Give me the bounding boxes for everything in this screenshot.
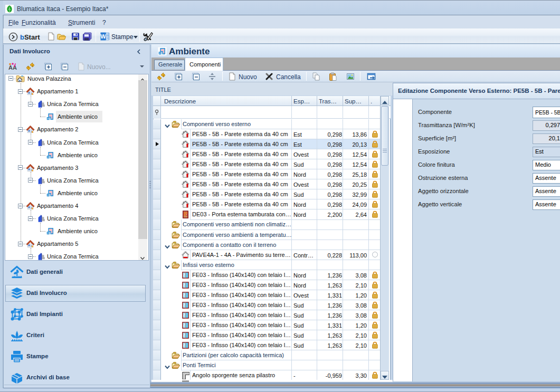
svg-text:W: W <box>100 33 106 40</box>
svg-text:AA: AA <box>8 64 17 71</box>
